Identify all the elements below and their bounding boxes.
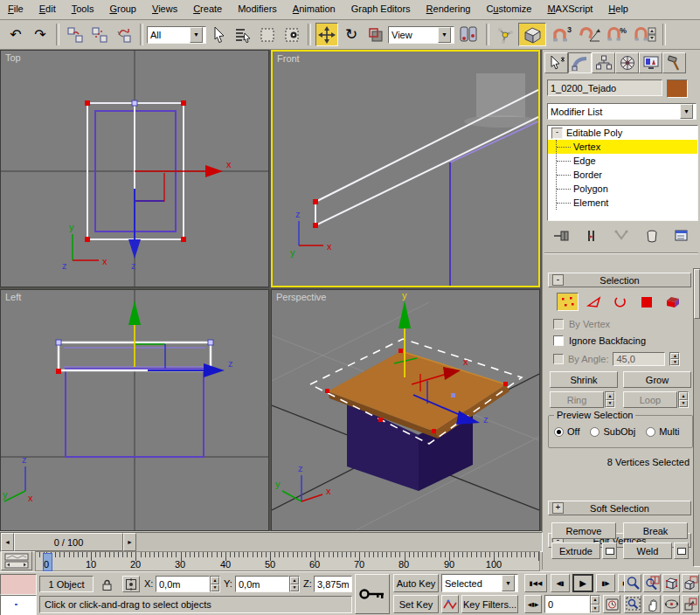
y-coordinate-spinner[interactable]: ▲▼ — [289, 576, 300, 592]
viewport-left[interactable]: z z y x Left — [0, 289, 269, 531]
preview-off-radio[interactable] — [554, 427, 564, 437]
loop-spinner[interactable]: ▲▼ — [678, 391, 689, 408]
x-coordinate-field[interactable] — [156, 576, 210, 592]
play-animation-button[interactable]: ▶ — [572, 574, 593, 592]
key-tangents-button[interactable] — [441, 595, 459, 613]
command-panel-scrollbar[interactable] — [693, 268, 700, 567]
pan-view-button[interactable] — [643, 595, 661, 613]
menu-animation[interactable]: Animation — [285, 0, 343, 17]
shrink-button[interactable]: Shrink — [550, 371, 618, 388]
menu-views[interactable]: Views — [144, 0, 185, 17]
time-slider-track[interactable]: ◄ 0 / 100 ► — [0, 532, 543, 552]
current-frame-field[interactable] — [544, 595, 590, 613]
grow-button[interactable]: Grow — [623, 371, 691, 388]
zoom-extents-button[interactable] — [662, 574, 680, 592]
menu-file[interactable]: File — [0, 0, 31, 17]
break-button[interactable]: Break — [623, 522, 688, 539]
tab-utilities[interactable] — [662, 52, 686, 73]
make-unique-button[interactable] — [610, 226, 633, 245]
menu-modifiers[interactable]: Modifiers — [230, 0, 285, 17]
zoom-all-button[interactable] — [643, 574, 661, 592]
object-color-swatch[interactable] — [667, 79, 688, 98]
select-and-manipulate-button[interactable] — [494, 23, 516, 46]
open-mini-curve-editor-button[interactable] — [1, 551, 32, 570]
by-angle-input[interactable] — [616, 354, 662, 364]
stack-item-vertex-selected[interactable]: Vertex — [548, 140, 697, 154]
key-mode-toggle-button[interactable]: ◀▮▶ — [524, 595, 542, 613]
stack-item-editable-poly[interactable]: - Editable Poly — [548, 126, 697, 140]
selection-set-dropdown[interactable]: Selected ▼ — [441, 574, 518, 592]
selection-filter-dropdown[interactable]: All ▼ — [147, 26, 206, 44]
viewport-perspective[interactable]: y x z z y x Perspective — [271, 289, 540, 531]
collapse-icon[interactable]: - — [552, 274, 564, 286]
unlink-selection-icon[interactable] — [88, 23, 111, 46]
go-to-start-button[interactable]: ▮◀◀ — [524, 574, 547, 592]
viewport-front-active[interactable]: z x y Front — [271, 50, 540, 287]
remove-button[interactable]: Remove — [551, 522, 616, 539]
viewport-front-label[interactable]: Front — [277, 53, 300, 64]
bind-to-space-warp-icon[interactable] — [113, 23, 135, 46]
ring-spinner[interactable]: ▲▼ — [605, 391, 615, 408]
object-name-field[interactable] — [547, 79, 662, 96]
loop-button[interactable]: Loop — [623, 391, 677, 408]
menu-help[interactable]: Help — [600, 0, 636, 17]
angle-snap-3d-button[interactable]: 3 — [548, 23, 574, 46]
auto-key-button[interactable]: Auto Key — [393, 574, 439, 592]
menu-maxscript[interactable]: MAXScript — [539, 0, 600, 17]
selection-rollout-header[interactable]: - Selection — [548, 273, 691, 287]
menu-rendering[interactable]: Rendering — [419, 0, 479, 17]
extrude-button[interactable]: Extrude — [551, 542, 600, 559]
key-filters-button[interactable]: Key Filters... — [461, 595, 518, 613]
angle-snap-toggle-button[interactable] — [576, 23, 602, 46]
vertex-subobject-button[interactable] — [557, 293, 579, 311]
redo-button[interactable]: ↷ — [29, 23, 52, 46]
select-and-link-icon[interactable] — [64, 23, 87, 46]
extrude-settings-button[interactable] — [602, 542, 617, 559]
weld-button[interactable]: Weld — [623, 542, 672, 559]
select-and-rotate-button[interactable]: ↻ — [340, 23, 363, 46]
zoom-extents-all-button[interactable] — [682, 574, 699, 592]
modifier-list-dropdown[interactable]: Modifier List ▼ — [547, 103, 697, 120]
time-slider-prev-button[interactable]: ◄ — [1, 533, 14, 551]
configure-modifier-sets-button[interactable] — [670, 226, 693, 245]
window-crossing-toggle-button[interactable] — [281, 23, 303, 46]
by-vertex-checkbox[interactable] — [553, 319, 564, 329]
preview-multi-radio[interactable] — [646, 427, 655, 437]
set-key-button[interactable]: Set Key — [393, 595, 439, 613]
arc-rotate-button[interactable] — [662, 595, 680, 613]
chevron-down-icon[interactable]: ▼ — [438, 27, 451, 43]
border-subobject-button[interactable] — [609, 293, 631, 311]
select-and-move-button[interactable] — [315, 23, 338, 46]
viewport-top-label[interactable]: Top — [5, 52, 21, 63]
element-subobject-button[interactable] — [662, 293, 683, 311]
stack-item-element[interactable]: Element — [548, 196, 697, 210]
time-slider-next-button[interactable]: ► — [123, 533, 136, 551]
time-slider-handle[interactable]: 0 / 100 — [14, 533, 123, 551]
chevron-down-icon[interactable]: ▼ — [680, 104, 693, 119]
stack-item-polygon[interactable]: Polygon — [548, 182, 697, 196]
percent-snap-toggle-button[interactable]: % — [604, 23, 630, 46]
previous-frame-button[interactable]: ◀▮ — [551, 574, 570, 592]
maxscript-listener[interactable] — [0, 595, 37, 615]
menu-tools[interactable]: Tools — [64, 0, 102, 17]
spinner-snap-toggle-button[interactable] — [632, 23, 658, 46]
maxscript-macro-recorder[interactable] — [0, 574, 37, 595]
time-configuration-button[interactable] — [603, 595, 620, 613]
stack-item-border[interactable]: Border — [548, 168, 697, 182]
undo-button[interactable]: ↶ — [4, 23, 27, 46]
select-object-button[interactable] — [207, 23, 230, 46]
menu-customize[interactable]: Customize — [478, 0, 539, 17]
polygon-subobject-button[interactable] — [635, 293, 657, 311]
collapse-box-icon[interactable]: - — [551, 128, 563, 139]
y-coordinate-input[interactable] — [239, 579, 286, 590]
snaps-toggle-button[interactable] — [518, 23, 546, 46]
z-coordinate-input[interactable] — [317, 579, 349, 590]
tab-create[interactable] — [544, 52, 568, 73]
viewport-perspective-label[interactable]: Perspective — [276, 292, 326, 302]
set-keys-button[interactable] — [355, 574, 390, 614]
menu-create[interactable]: Create — [185, 0, 230, 17]
object-name-input[interactable] — [551, 83, 659, 93]
remove-modifier-button[interactable] — [641, 226, 663, 245]
absolute-offset-toggle[interactable] — [122, 576, 140, 592]
preview-subobj-radio[interactable] — [590, 427, 600, 437]
